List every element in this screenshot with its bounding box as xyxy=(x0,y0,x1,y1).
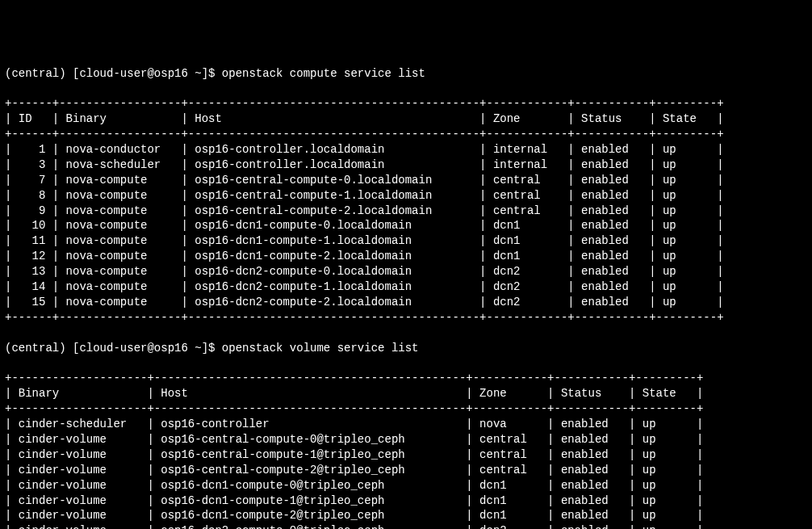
terminal-output: (central) [cloud-user@osp16 ~]$ openstac… xyxy=(5,66,807,529)
